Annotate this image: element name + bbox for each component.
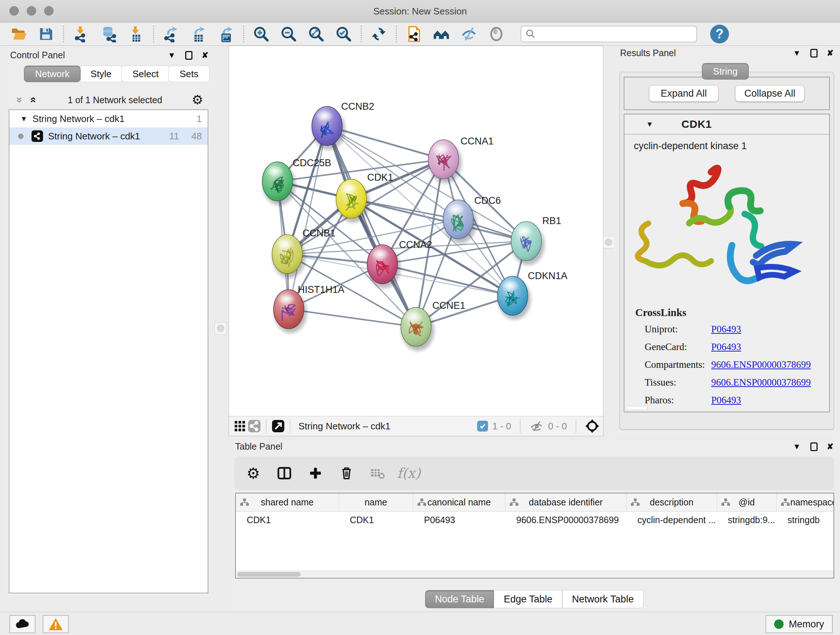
string-import-button[interactable] [402, 24, 426, 44]
string-home-button[interactable] [429, 24, 453, 44]
table-cell[interactable]: P06493 [413, 511, 505, 529]
export-table-button[interactable] [187, 24, 210, 44]
network-node-CCNE1[interactable]: CCNE1 [401, 300, 466, 351]
network-node-CDKN1A[interactable]: CDKN1A [497, 271, 568, 320]
crosslink-value-link[interactable]: P06493 [711, 394, 741, 406]
results-hscroll-thumb[interactable] [626, 406, 647, 410]
table-hscrollbar[interactable] [236, 570, 834, 578]
network-canvas[interactable]: CCNB2CCNA1CDC25BCDK1CDC6RB1CCNB1CCNA2CDK… [229, 46, 603, 416]
network-edge-CCNB2-CCNE1[interactable] [327, 126, 416, 327]
search-input[interactable] [536, 29, 692, 39]
string-glasses-button[interactable] [457, 24, 481, 44]
table-cell[interactable]: stringdb [777, 511, 834, 529]
network-list-options-icon[interactable]: ⚙ [192, 92, 203, 108]
crosslink-value-link[interactable]: 9606.ENSP00000378699 [711, 359, 811, 371]
expand-all-icon[interactable]: » [14, 94, 26, 106]
show-columns-icon[interactable] [276, 464, 293, 482]
column-header-canonicalname[interactable]: canonical name [413, 494, 505, 511]
network-edge-CCNB2-HIST1H1A[interactable] [289, 126, 327, 309]
zoom-fit-button[interactable] [304, 24, 328, 44]
string-eye-button[interactable] [485, 24, 508, 44]
network-node-RB1[interactable]: RB1 [511, 215, 561, 265]
birdseye-navigator-icon[interactable] [585, 419, 600, 433]
table-cell[interactable]: CDK1 [339, 511, 413, 529]
open-session-button[interactable] [6, 24, 30, 44]
network-graph[interactable]: CCNB2CCNA1CDC25BCDK1CDC6RB1CCNB1CCNA2CDK… [229, 46, 603, 416]
panel-menu-icon[interactable]: ▼ [793, 442, 801, 451]
column-header-id[interactable]: @id [717, 494, 777, 511]
network-node-CDC6[interactable]: CDC6 [443, 195, 501, 243]
table-settings-icon[interactable]: ⚙ [245, 464, 262, 482]
column-header-sharedname[interactable]: shared name [236, 494, 339, 511]
network-collection-row[interactable]: ▼ String Network – cdk1 1 [9, 110, 208, 127]
create-column-icon[interactable] [307, 464, 324, 482]
panel-close-icon[interactable]: ✘ [202, 51, 208, 60]
right-splitter-handle[interactable] [602, 236, 615, 249]
save-session-button[interactable] [34, 24, 58, 44]
detach-view-icon[interactable] [271, 419, 286, 433]
crosslink-value-link[interactable]: 9606.ENSP00000378699 [711, 377, 811, 388]
zoom-out-button[interactable] [277, 24, 301, 44]
network-node-CCNB2[interactable]: CCNB2 [312, 101, 374, 150]
panel-menu-icon[interactable]: ▼ [168, 51, 176, 60]
network-view-icon[interactable] [247, 419, 262, 433]
cloud-status-button[interactable] [9, 615, 35, 633]
left-splitter-handle[interactable] [215, 322, 227, 334]
import-network-file-button[interactable] [69, 24, 93, 44]
column-header-name[interactable]: name [339, 494, 413, 511]
tab-node-table[interactable]: Node Table [425, 590, 494, 608]
network-edge-HIST1H1A-CCNE1[interactable] [289, 309, 416, 327]
column-header-description[interactable]: description [627, 494, 717, 511]
grid-view-icon[interactable] [233, 419, 247, 433]
crosslink-value-link[interactable]: P06493 [711, 341, 741, 353]
column-header-databaseidentifier[interactable]: database identifier [505, 494, 627, 511]
search-box[interactable] [521, 26, 697, 42]
crosslink-value-link[interactable]: P06493 [711, 324, 741, 335]
results-tab-string[interactable]: String [702, 63, 749, 80]
warning-status-button[interactable] [43, 615, 69, 633]
tab-network-table[interactable]: Network Table [562, 590, 644, 608]
collapse-triangle-icon[interactable]: ▼ [646, 120, 653, 128]
export-network-button[interactable] [159, 24, 183, 44]
network-node-CDC25B[interactable]: CDC25B [262, 157, 332, 205]
collapse-all-button[interactable]: Collapse All [735, 85, 805, 102]
collapse-all-icon[interactable]: » [26, 94, 38, 106]
tab-network[interactable]: Network [24, 65, 81, 82]
panel-close-icon[interactable]: ✘ [827, 442, 834, 451]
import-table-button[interactable] [124, 24, 148, 44]
panel-close-icon[interactable]: ✘ [827, 49, 834, 58]
tab-select[interactable]: Select [121, 65, 170, 82]
memory-button[interactable]: Memory [766, 615, 833, 633]
column-header-namespace[interactable]: namespace [777, 494, 834, 511]
refresh-view-button[interactable] [367, 24, 391, 44]
network-node-CCNB1[interactable]: CCNB1 [272, 228, 336, 278]
table-cell[interactable]: 9606.ENSP00000378699 [505, 511, 627, 529]
panel-float-icon[interactable] [185, 51, 193, 60]
zoom-in-button[interactable] [249, 24, 273, 44]
table-cell[interactable]: stringdb:9... [717, 511, 777, 529]
panel-menu-icon[interactable]: ▼ [793, 49, 801, 58]
network-status-bar: String Network – cdk1 1 - 0 0 - 0 [229, 416, 603, 436]
tab-sets[interactable]: Sets [168, 65, 210, 82]
hscroll-thumb[interactable] [237, 572, 301, 577]
zoom-selected-button[interactable] [332, 24, 355, 44]
network-row[interactable]: String Network – cdk1 11 48 [9, 127, 208, 145]
table-cell[interactable]: cyclin-dependent ... [627, 511, 717, 529]
tab-style[interactable]: Style [79, 65, 123, 82]
panel-float-icon[interactable] [810, 442, 818, 451]
help-button[interactable]: ? [710, 25, 729, 43]
export-image-button[interactable] [214, 24, 238, 44]
delete-column-icon[interactable] [338, 464, 355, 482]
selected-checkbox-icon[interactable] [477, 421, 488, 432]
collapse-triangle-icon[interactable]: ▼ [20, 115, 27, 123]
tab-edge-table[interactable]: Edge Table [494, 590, 562, 608]
network-node-HIST1H1A[interactable]: HIST1H1A [273, 284, 344, 333]
table-cell[interactable]: CDK1 [236, 511, 339, 529]
table-row[interactable]: CDK1CDK1P064939606.ENSP00000378699cyclin… [236, 511, 834, 529]
left-splitter[interactable] [213, 48, 228, 593]
import-network-database-button[interactable] [96, 24, 120, 44]
expand-all-button[interactable]: Expand All [649, 85, 718, 102]
network-node-CCNA2[interactable]: CCNA2 [367, 239, 432, 288]
gene-section-header[interactable]: ▼ CDK1 [624, 114, 829, 135]
panel-float-icon[interactable] [810, 49, 818, 57]
